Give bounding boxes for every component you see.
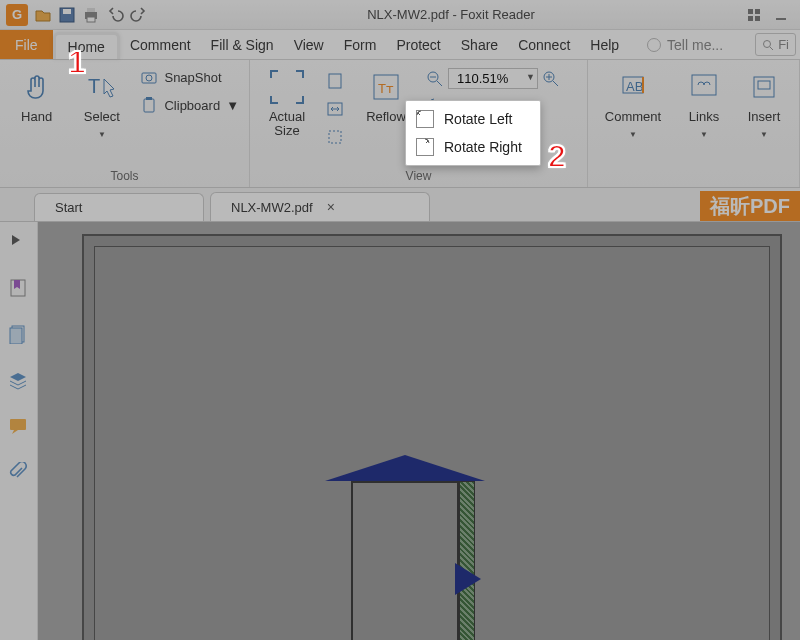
content-area bbox=[0, 222, 800, 640]
tell-me[interactable]: Tell me... bbox=[647, 37, 723, 53]
drawing-hatch bbox=[459, 481, 475, 640]
svg-point-6 bbox=[764, 40, 771, 47]
svg-text:T: T bbox=[88, 75, 100, 97]
zoom-out-button[interactable] bbox=[426, 70, 444, 88]
drawing-triangle bbox=[455, 563, 481, 595]
rotate-right-icon bbox=[416, 138, 434, 156]
menu-help[interactable]: Help bbox=[580, 33, 629, 57]
attachments-icon[interactable] bbox=[8, 462, 30, 484]
links-button[interactable]: Links ▼ bbox=[678, 66, 730, 139]
comment-button[interactable]: AB Comment ▼ bbox=[596, 66, 670, 139]
redo-icon[interactable] bbox=[130, 6, 148, 24]
page-content bbox=[94, 246, 770, 640]
rotate-popup: Rotate Left Rotate Right bbox=[405, 100, 541, 166]
window-title: NLX-MW2.pdf - Foxit Reader bbox=[154, 7, 748, 22]
titlebar: G NLX-MW2.pdf - Foxit Reader bbox=[0, 0, 800, 30]
search-icon bbox=[762, 39, 774, 51]
zoom-input[interactable]: 110.51%▼ bbox=[448, 68, 538, 89]
menu-home[interactable]: Home bbox=[53, 32, 120, 59]
menu-form[interactable]: Form bbox=[334, 33, 387, 57]
comment-label: Comment bbox=[605, 110, 661, 124]
svg-rect-3 bbox=[87, 8, 95, 12]
camera-icon bbox=[140, 68, 158, 86]
zoom-dropdown-icon: ▼ bbox=[526, 72, 535, 82]
annotation-marker-1: 1 bbox=[68, 44, 86, 81]
view-grid-icon[interactable] bbox=[748, 9, 760, 21]
reflow-label: Reflow bbox=[366, 110, 406, 124]
menu-view[interactable]: View bbox=[284, 33, 334, 57]
bookmarks-icon[interactable] bbox=[8, 278, 30, 300]
rotate-right-item[interactable]: Rotate Right bbox=[410, 133, 536, 161]
svg-text:AB: AB bbox=[626, 79, 643, 94]
tab-start[interactable]: Start bbox=[34, 193, 204, 221]
pdf-page bbox=[82, 234, 782, 640]
save-icon[interactable] bbox=[58, 6, 76, 24]
svg-rect-34 bbox=[10, 328, 22, 344]
menubar: File Home Comment Fill & Sign View Form … bbox=[0, 30, 800, 60]
actual-size-label: Actual Size bbox=[269, 110, 305, 139]
svg-rect-13 bbox=[329, 74, 341, 88]
clipboard-button[interactable]: Clipboard ▼ bbox=[138, 94, 241, 116]
rotate-left-icon bbox=[416, 110, 434, 128]
svg-line-20 bbox=[437, 81, 442, 86]
snapshot-button[interactable]: SnapShot bbox=[138, 66, 241, 88]
hand-label: Hand bbox=[21, 110, 52, 124]
fit-page-button[interactable] bbox=[324, 70, 346, 92]
fit-visible-icon bbox=[326, 128, 344, 146]
menu-connect[interactable]: Connect bbox=[508, 33, 580, 57]
insert-button[interactable]: Insert ▼ bbox=[738, 66, 790, 139]
hand-tool[interactable]: Hand bbox=[8, 66, 65, 124]
rotate-right-label: Rotate Right bbox=[444, 139, 522, 155]
select-label: Select bbox=[84, 110, 120, 124]
minimize-icon[interactable] bbox=[774, 8, 788, 22]
fit-width-button[interactable] bbox=[324, 98, 346, 120]
ribbon: Hand T Select ▼ SnapShot Clipboard ▼ Too… bbox=[0, 60, 800, 188]
zoom-controls: 110.51%▼ bbox=[426, 68, 560, 89]
reflow-icon: Tᴛ bbox=[369, 70, 403, 104]
expand-panel-icon[interactable] bbox=[8, 232, 30, 254]
layers-icon[interactable] bbox=[8, 370, 30, 392]
clipboard-icon bbox=[140, 96, 158, 114]
actual-size-icon bbox=[270, 70, 304, 104]
link-icon bbox=[687, 70, 721, 104]
side-toolbar bbox=[0, 222, 38, 640]
menu-file[interactable]: File bbox=[0, 30, 53, 59]
clipboard-dropdown-icon: ▼ bbox=[226, 98, 239, 113]
drawing-wall bbox=[351, 481, 459, 640]
bulb-icon bbox=[647, 38, 661, 52]
app-icon: G bbox=[6, 4, 28, 26]
clipboard-label: Clipboard bbox=[164, 98, 220, 113]
rotate-left-item[interactable]: Rotate Left bbox=[410, 105, 536, 133]
tab-close-icon[interactable]: × bbox=[327, 199, 335, 215]
menu-fill-sign[interactable]: Fill & Sign bbox=[201, 33, 284, 57]
pages-icon[interactable] bbox=[8, 324, 30, 346]
promo-banner[interactable]: 福昕PDF bbox=[700, 191, 800, 221]
actual-size-button[interactable]: Actual Size bbox=[258, 66, 316, 139]
svg-line-7 bbox=[770, 47, 773, 50]
svg-rect-30 bbox=[754, 77, 774, 97]
open-icon[interactable] bbox=[34, 6, 52, 24]
select-icon: T bbox=[85, 70, 119, 104]
comments-icon[interactable] bbox=[8, 416, 30, 438]
menu-protect[interactable]: Protect bbox=[386, 33, 450, 57]
find-box[interactable]: Fi bbox=[755, 33, 796, 56]
fit-page-icon bbox=[326, 72, 344, 90]
svg-line-24 bbox=[553, 81, 558, 86]
print-icon[interactable] bbox=[82, 6, 100, 24]
zoom-in-button[interactable] bbox=[542, 70, 560, 88]
drawing-roof bbox=[325, 455, 485, 481]
insert-label: Insert bbox=[748, 110, 781, 124]
fit-visible-button[interactable] bbox=[324, 126, 346, 148]
document-canvas[interactable] bbox=[38, 222, 800, 640]
fit-width-icon bbox=[326, 100, 344, 118]
svg-rect-15 bbox=[329, 131, 341, 143]
menu-share[interactable]: Share bbox=[451, 33, 508, 57]
insert-icon bbox=[747, 70, 781, 104]
insert-dropdown-icon: ▼ bbox=[760, 130, 768, 139]
find-placeholder: Fi bbox=[778, 37, 789, 52]
svg-text:Tᴛ: Tᴛ bbox=[378, 81, 394, 96]
tab-document[interactable]: NLX-MW2.pdf × bbox=[210, 192, 430, 221]
menu-comment[interactable]: Comment bbox=[120, 33, 201, 57]
undo-icon[interactable] bbox=[106, 6, 124, 24]
svg-rect-12 bbox=[146, 97, 152, 100]
